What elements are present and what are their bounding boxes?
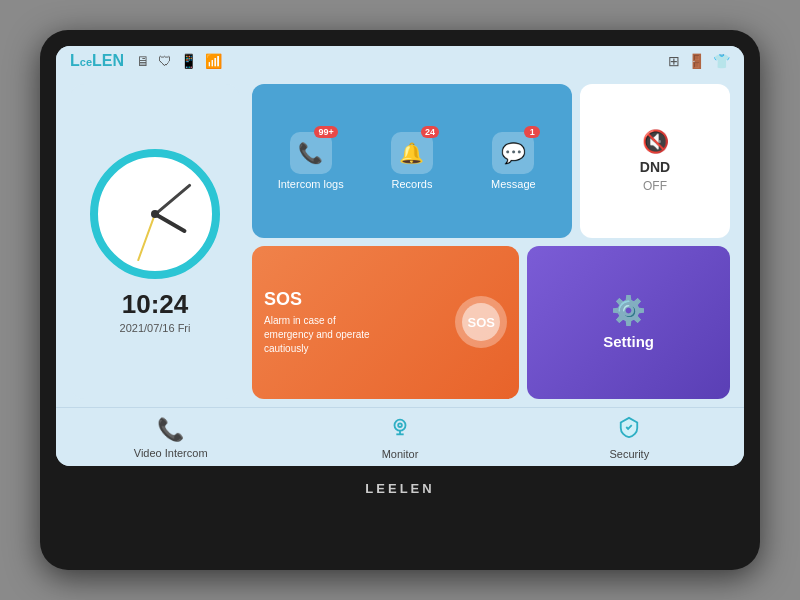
monitor-icon: 🖥 [136,53,150,69]
header-action-icons: ⊞ 🚪 👕 [668,53,730,69]
records-badge: 24 [421,126,439,138]
intercom-logs-tile[interactable]: 📞 99+ Intercom logs [262,94,359,228]
grid-bottom-row: SOS Alarm in case of emergency and opera… [252,246,730,400]
main-content: 10:24 2021/07/16 Fri 📞 99+ [56,76,744,407]
sos-button-circle[interactable]: SOS [455,296,507,348]
device-bottom: LEELEN [56,466,744,510]
message-tile[interactable]: 💬 1 Message [465,94,562,228]
clock-face [90,149,220,279]
dnd-tile[interactable]: 🔇 DND OFF [580,84,730,238]
setting-label: Setting [603,333,654,350]
setting-tile[interactable]: ⚙️ Setting [527,246,730,400]
setting-gear-icon: ⚙️ [611,294,646,327]
header-bar: LceLEN 🖥 🛡 📱 📶 ⊞ 🚪 👕 [56,46,744,76]
video-intercom-icon: 📞 [157,417,184,443]
intercom-logs-icon: 📞 99+ [290,132,332,174]
nav-security[interactable]: Security [515,416,744,460]
svg-point-1 [398,423,402,427]
dnd-icon: 🔇 [642,129,669,155]
security-nav-icon [618,416,640,444]
records-tile[interactable]: 🔔 24 Records [363,94,460,228]
intercom-logs-badge: 99+ [314,126,337,138]
hour-hand [154,212,187,233]
nav-monitor[interactable]: Monitor [285,416,514,460]
shirt-icon[interactable]: 👕 [713,53,730,69]
sos-tile[interactable]: SOS Alarm in case of emergency and opera… [252,246,519,400]
monitor-label: Monitor [382,448,419,460]
header-status-icons: 🖥 🛡 📱 📶 [136,53,222,69]
wifi-icon: 📶 [205,53,222,69]
message-badge: 1 [524,126,540,138]
time-display: 10:24 [122,289,189,320]
sos-title: SOS [264,289,384,310]
monitor-nav-icon [389,416,411,444]
message-label: Message [491,178,536,190]
sos-description: Alarm in case of emergency and operate c… [264,314,384,356]
device-brand-label: LEELEN [365,481,434,496]
phone-icon: 📱 [180,53,197,69]
message-icon: 💬 1 [492,132,534,174]
dnd-title: DND [640,159,670,175]
shield-icon: 🛡 [158,53,172,69]
video-intercom-label: Video Intercom [134,447,208,459]
device-frame: LceLEN 🖥 🛡 📱 📶 ⊞ 🚪 👕 [40,30,760,570]
screen: LceLEN 🖥 🛡 📱 📶 ⊞ 🚪 👕 [56,46,744,466]
door-icon[interactable]: 🚪 [688,53,705,69]
minute-hand [154,183,191,215]
sos-button-inner[interactable]: SOS [462,303,500,341]
intercom-logs-label: Intercom logs [278,178,344,190]
sos-text-block: SOS Alarm in case of emergency and opera… [264,289,384,356]
records-label: Records [392,178,433,190]
svg-point-0 [394,420,405,431]
second-hand [137,214,156,262]
grid-top-row: 📞 99+ Intercom logs 🔔 24 Records [252,84,730,238]
clock-section: 10:24 2021/07/16 Fri [70,84,240,399]
grid-icon[interactable]: ⊞ [668,53,680,69]
clock-center [151,210,159,218]
nav-video-intercom[interactable]: 📞 Video Intercom [56,416,285,460]
records-icon: 🔔 24 [391,132,433,174]
brand-logo: LceLEN [70,52,124,70]
security-label: Security [609,448,649,460]
dnd-status: OFF [643,179,667,193]
date-display: 2021/07/16 Fri [120,322,191,334]
blue-tiles-group: 📞 99+ Intercom logs 🔔 24 Records [252,84,572,238]
grid-section: 📞 99+ Intercom logs 🔔 24 Records [252,84,730,399]
bottom-nav: 📞 Video Intercom Monitor [56,407,744,466]
